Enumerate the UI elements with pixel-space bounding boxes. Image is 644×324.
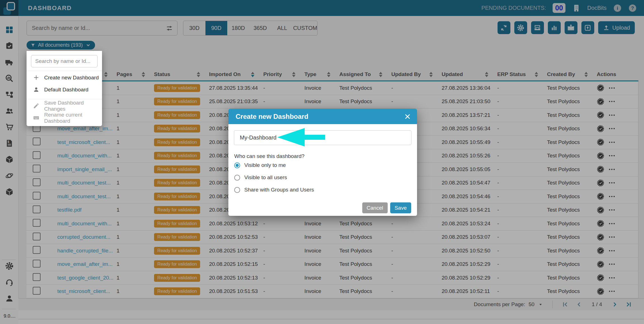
menu-item[interactable]: Rename current Dashboard [27,112,102,124]
dashboard-menu-search [31,55,98,67]
menu-item-label: Rename current Dashboard [44,112,102,124]
pencil-icon [33,103,39,109]
application-window: DASHBOARD PENDING DOCUMENTS: 00 DocBits … [0,0,644,324]
dashboard-name-input[interactable] [234,130,411,145]
visibility-option[interactable]: Visible to all users [234,171,411,184]
plus-icon [33,74,39,81]
visibility-options: Visible only to me Visible to all users … [234,159,411,196]
modal-header: Create new Dashboard [228,109,417,124]
visibility-option-label: Visible to all users [244,174,287,181]
radio-icon[interactable] [234,175,240,181]
close-icon[interactable] [404,113,411,120]
modal-body: Who can see this dashboard? Visible only… [228,124,417,216]
menu-divider [27,71,102,71]
modal-title: Create new Dashboard [236,113,308,120]
menu-item[interactable]: Default Dashboard [27,84,102,96]
radio-icon[interactable] [234,187,240,193]
menu-item-label: Create new Dashboard [44,75,99,81]
dashboard-search-input[interactable] [31,58,97,64]
menu-item[interactable]: Save Dashboard Changes [27,100,102,112]
menu-divider [27,99,102,99]
save-button[interactable]: Save [390,202,411,213]
menu-item-label: Save Dashboard Changes [44,100,102,112]
menu-item-label: Default Dashboard [44,87,88,93]
create-dashboard-modal: Create new Dashboard Who can see this da… [228,109,417,216]
user-icon [33,86,39,93]
menu-item[interactable]: Create new Dashboard [27,72,102,84]
visibility-option[interactable]: Share with Groups and Users [234,184,411,196]
visibility-option-label: Visible only to me [244,162,286,168]
visibility-option[interactable]: Visible only to me [234,159,411,171]
modal-actions: Cancel Save [362,202,411,213]
keyboard-icon [33,115,39,121]
dashboard-menu-items: Create new Dashboard Default Dashboard [27,72,102,124]
visibility-question: Who can see this dashboard? [234,153,304,159]
dashboard-menu: Create new Dashboard Default Dashboard [27,51,102,126]
visibility-option-label: Share with Groups and Users [244,187,314,193]
radio-icon[interactable] [234,162,240,168]
cancel-button[interactable]: Cancel [362,202,388,213]
